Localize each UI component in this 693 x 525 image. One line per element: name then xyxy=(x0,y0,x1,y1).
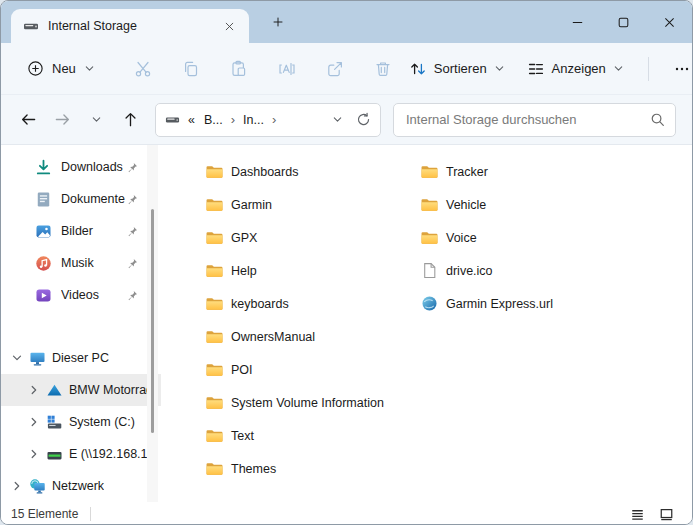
documents-icon xyxy=(35,191,52,208)
pin-icon xyxy=(126,257,139,270)
sidebar-item-bmw-motorrad[interactable]: BMW Motorrad xyxy=(1,374,161,406)
chevron-down-icon[interactable] xyxy=(11,352,23,364)
clipboard-actions xyxy=(125,51,401,87)
folder-icon xyxy=(206,264,223,278)
search-icon[interactable] xyxy=(650,112,665,127)
sidebar-item-dieser-pc[interactable]: Dieser PC xyxy=(1,342,161,374)
file-row-themes[interactable]: Themes xyxy=(206,452,421,485)
details-view-icon xyxy=(630,507,645,522)
file-name: keyboards xyxy=(231,297,289,311)
sidebar-item-dokumente[interactable]: Dokumente xyxy=(1,183,161,215)
file-name: POI xyxy=(231,363,253,377)
new-tab-button[interactable] xyxy=(263,7,293,37)
address-dropdown-chevron-icon[interactable] xyxy=(332,114,343,125)
back-button[interactable] xyxy=(15,107,41,133)
content-area: Downloads Dokumente Bilder Musik Videos xyxy=(1,145,692,502)
folder-icon xyxy=(421,165,438,179)
titlebar: Internal Storage xyxy=(1,1,692,43)
file-name: Voice xyxy=(446,231,477,245)
tab-internal-storage[interactable]: Internal Storage xyxy=(11,9,249,43)
search-box[interactable] xyxy=(393,103,676,137)
copy-button[interactable] xyxy=(173,51,209,87)
chevron-right-icon[interactable] xyxy=(11,480,23,492)
address-bar[interactable]: « B... › In... › xyxy=(155,103,381,137)
file-row-gpx[interactable]: GPX xyxy=(206,221,421,254)
file-row-text[interactable]: Text xyxy=(206,419,421,452)
sidebar-item-label: Netzwerk xyxy=(52,479,104,493)
file-name: drive.ico xyxy=(446,264,493,278)
rename-button[interactable] xyxy=(269,51,305,87)
breadcrumb-separator[interactable]: › xyxy=(231,112,235,127)
paste-button[interactable] xyxy=(221,51,257,87)
breadcrumb-segment[interactable]: In... xyxy=(242,111,265,129)
tab-close-button[interactable] xyxy=(217,14,241,38)
navigation-buttons xyxy=(15,107,143,133)
more-options-button[interactable] xyxy=(665,52,693,86)
sidebar-item-label: Videos xyxy=(61,288,161,302)
sidebar-item-label: BMW Motorrad xyxy=(69,383,153,397)
sidebar-scrollbar-thumb[interactable] xyxy=(151,209,154,433)
file-name: GPX xyxy=(231,231,257,245)
file-row-help[interactable]: Help xyxy=(206,254,421,287)
file-icon xyxy=(421,262,438,279)
sidebar-item-netzwerk[interactable]: Netzwerk xyxy=(1,470,161,502)
file-row-vehicle[interactable]: Vehicle xyxy=(421,188,553,221)
large-icons-view-button[interactable] xyxy=(659,507,674,522)
file-row-keyboards[interactable]: keyboards xyxy=(206,287,421,320)
cut-button[interactable] xyxy=(125,51,161,87)
toolbar-separator xyxy=(648,57,649,81)
file-row-dashboards[interactable]: Dashboards xyxy=(206,155,421,188)
sidebar-item-videos[interactable]: Videos xyxy=(1,279,161,311)
refresh-icon[interactable] xyxy=(356,112,371,127)
forward-button[interactable] xyxy=(49,107,75,133)
file-row-ownersmanual[interactable]: OwnersManual xyxy=(206,320,421,353)
view-actions: Sortieren Anzeigen xyxy=(401,52,693,86)
sidebar-item-label: System (C:) xyxy=(69,415,135,429)
file-row-system-volume-information[interactable]: System Volume Information xyxy=(206,386,421,419)
view-button[interactable]: Anzeigen xyxy=(519,53,632,85)
sidebar-item-system-c[interactable]: System (C:) xyxy=(1,406,161,438)
sidebar-item-downloads[interactable]: Downloads xyxy=(1,151,161,183)
plus-circle-icon xyxy=(27,60,44,77)
sidebar-item-label: Dokumente xyxy=(61,192,161,206)
pin-icon xyxy=(126,289,139,302)
close-button[interactable] xyxy=(646,1,692,43)
back-icon xyxy=(20,111,37,128)
maximize-button[interactable] xyxy=(600,1,646,43)
share-button[interactable] xyxy=(317,51,353,87)
up-button[interactable] xyxy=(117,107,143,133)
file-list-column-2: Tracker Vehicle Voice drive.ico Garmin E… xyxy=(421,155,553,502)
chevron-right-icon[interactable] xyxy=(28,384,40,396)
file-row-drive-ico[interactable]: drive.ico xyxy=(421,254,553,287)
sidebar-item-label: E (\\192.168.1.5 xyxy=(69,447,158,461)
folder-icon xyxy=(206,429,223,443)
file-row-garmin[interactable]: Garmin xyxy=(206,188,421,221)
breadcrumb-segment[interactable]: B... xyxy=(203,111,224,129)
breadcrumb-separator[interactable]: › xyxy=(272,112,276,127)
details-view-button[interactable] xyxy=(630,507,645,522)
file-row-poi[interactable]: POI xyxy=(206,353,421,386)
file-explorer-window: Internal Storage Neu xyxy=(0,0,693,525)
close-icon xyxy=(223,20,236,33)
file-name: Themes xyxy=(231,462,276,476)
chevron-right-icon[interactable] xyxy=(28,416,40,428)
chevron-right-icon[interactable] xyxy=(28,448,40,460)
recent-locations-button[interactable] xyxy=(83,107,109,133)
new-button[interactable]: Neu xyxy=(17,53,105,84)
sort-button[interactable]: Sortieren xyxy=(401,53,513,85)
sidebar-item-network-drive-e[interactable]: E (\\192.168.1.5 xyxy=(1,438,161,470)
breadcrumb-overflow-button[interactable]: « xyxy=(187,111,196,129)
sidebar-item-bilder[interactable]: Bilder xyxy=(1,215,161,247)
sidebar-item-musik[interactable]: Musik xyxy=(1,247,161,279)
window-controls xyxy=(554,1,692,43)
minimize-button[interactable] xyxy=(554,1,600,43)
forward-icon xyxy=(54,111,71,128)
file-row-voice[interactable]: Voice xyxy=(421,221,553,254)
file-row-tracker[interactable]: Tracker xyxy=(421,155,553,188)
downloads-icon xyxy=(35,159,52,176)
search-input[interactable] xyxy=(404,111,642,128)
sort-icon xyxy=(409,60,427,78)
status-bar: 15 Elemente xyxy=(1,502,692,525)
file-row-garmin-express-url[interactable]: Garmin Express.url xyxy=(421,287,553,320)
delete-button[interactable] xyxy=(365,51,401,87)
